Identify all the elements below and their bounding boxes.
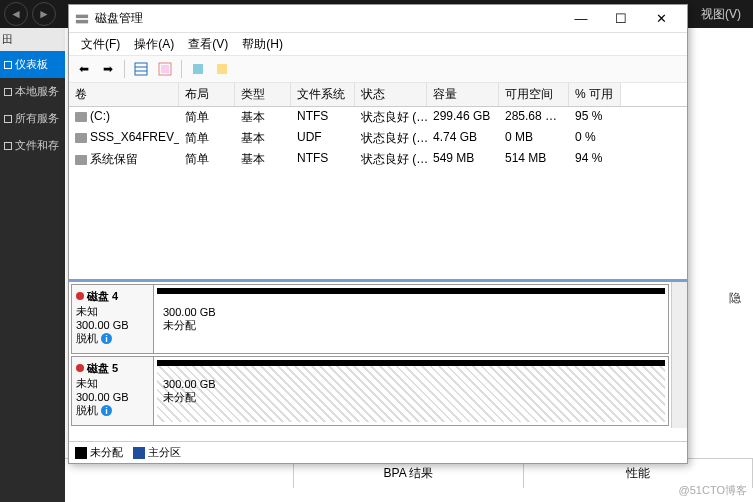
svg-rect-7 [193,64,203,74]
partition-unallocated[interactable]: 300.00 GB 未分配 [157,288,665,350]
volume-icon [75,133,87,143]
table-row[interactable]: (C:) 简单 基本 NTFS 状态良好 (… 299.46 GB 285.68… [69,107,687,128]
menu-action[interactable]: 操作(A) [128,34,180,55]
svg-rect-0 [76,14,88,18]
window-title: 磁盘管理 [95,10,561,27]
sidebar-label: 田 [0,28,65,51]
menu-file[interactable]: 文件(F) [75,34,126,55]
disk-mgmt-icon [75,12,89,26]
forward-icon[interactable]: ► [32,2,56,26]
minimize-button[interactable]: — [561,7,601,31]
bg-sidebar: 田 仪表板 本地服务 所有服务 文件和存 [0,28,65,502]
menu-view[interactable]: 查看(V) [182,34,234,55]
properties-icon[interactable] [187,58,209,80]
menubar: 文件(F) 操作(A) 查看(V) 帮助(H) [69,33,687,55]
disk-info: 磁盘 5 未知 300.00 GB 脱机i [72,357,154,425]
col-capacity[interactable]: 容量 [427,83,499,106]
forward-button[interactable]: ➡ [97,58,119,80]
menu-help[interactable]: 帮助(H) [236,34,289,55]
info-icon[interactable]: i [101,405,112,416]
volume-header-row: 卷 布局 类型 文件系统 状态 容量 可用空间 % 可用 [69,83,687,107]
col-pct[interactable]: % 可用 [569,83,621,106]
close-button[interactable]: ✕ [641,7,681,31]
disk-management-window: 磁盘管理 — ☐ ✕ 文件(F) 操作(A) 查看(V) 帮助(H) ⬅ ➡ 卷… [68,4,688,464]
sidebar-item-local[interactable]: 本地服务 [0,78,65,105]
col-type[interactable]: 类型 [235,83,291,106]
offline-icon [76,364,84,372]
volume-icon [75,155,87,165]
col-volume[interactable]: 卷 [69,83,179,106]
sidebar-item-files[interactable]: 文件和存 [0,132,65,159]
refresh-icon[interactable] [154,58,176,80]
bg-menu-view[interactable]: 视图(V) [693,6,749,23]
disk-row[interactable]: 磁盘 5 未知 300.00 GB 脱机i 300.00 GB 未分配 [71,356,669,426]
legend-unalloc-swatch [75,447,87,459]
svg-rect-8 [217,64,227,74]
disk-info: 磁盘 4 未知 300.00 GB 脱机i [72,285,154,353]
dm-titlebar[interactable]: 磁盘管理 — ☐ ✕ [69,5,687,33]
volume-body[interactable]: (C:) 简单 基本 NTFS 状态良好 (… 299.46 GB 285.68… [69,107,687,279]
back-button[interactable]: ⬅ [73,58,95,80]
table-row[interactable]: 系统保留 简单 基本 NTFS 状态良好 (… 549 MB 514 MB 94… [69,149,687,170]
help-icon[interactable] [211,58,233,80]
svg-rect-1 [76,19,88,23]
disk-graphical-pane[interactable]: 磁盘 4 未知 300.00 GB 脱机i 300.00 GB 未分配 磁盘 5… [69,280,687,441]
sidebar-item-all[interactable]: 所有服务 [0,105,65,132]
col-free[interactable]: 可用空间 [499,83,569,106]
sidebar-item-dashboard[interactable]: 仪表板 [0,51,65,78]
back-icon[interactable]: ◄ [4,2,28,26]
partition-unallocated[interactable]: 300.00 GB 未分配 [157,360,665,422]
info-icon[interactable]: i [101,333,112,344]
volume-list: 卷 布局 类型 文件系统 状态 容量 可用空间 % 可用 (C:) 简单 基本 … [69,83,687,280]
offline-icon [76,292,84,300]
bg-right-label: 隐 [729,290,741,307]
maximize-button[interactable]: ☐ [601,7,641,31]
svg-rect-2 [135,63,147,75]
table-row[interactable]: SSS_X64FREV_ZH… 简单 基本 UDF 状态良好 (… 4.74 G… [69,128,687,149]
col-fs[interactable]: 文件系统 [291,83,355,106]
watermark: @51CTO博客 [679,483,747,498]
col-layout[interactable]: 布局 [179,83,235,106]
volume-icon [75,112,87,122]
col-status[interactable]: 状态 [355,83,427,106]
svg-rect-6 [161,65,169,73]
legend-primary-swatch [133,447,145,459]
toolbar: ⬅ ➡ [69,55,687,83]
legend: 未分配 主分区 [69,441,687,463]
disk-row[interactable]: 磁盘 4 未知 300.00 GB 脱机i 300.00 GB 未分配 [71,284,669,354]
scrollbar[interactable] [671,282,687,428]
view-list-icon[interactable] [130,58,152,80]
